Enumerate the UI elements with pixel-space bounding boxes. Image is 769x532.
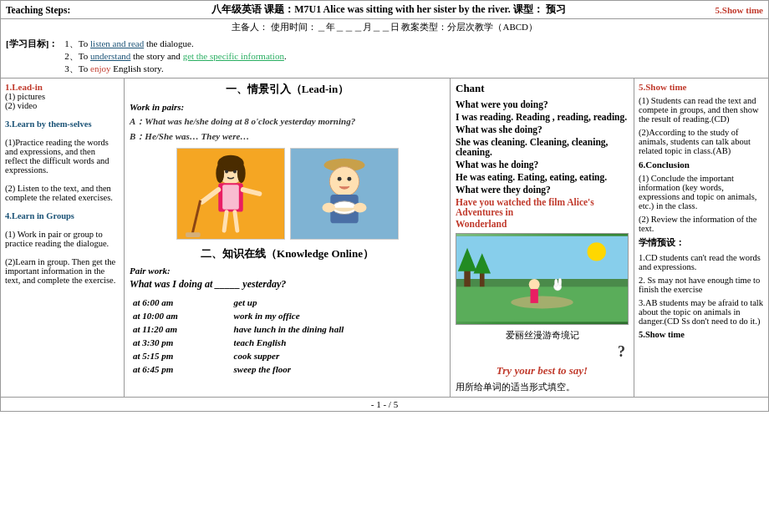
images-row: [130, 148, 445, 240]
page-number: - 1 - / 5: [371, 399, 398, 409]
svg-point-19: [337, 177, 341, 181]
header-row1: Teaching Steps: 八年级英语 课题：M7U1 Alice was …: [1, 1, 768, 19]
header-row2: 主备人： 使用时间：＿年＿＿＿月＿＿日 教案类型：分层次教学（ABCD）: [1, 19, 768, 35]
fill-blank-text: 用所给单词的适当形式填空。: [456, 381, 629, 393]
pre-item-3: 3.AB students may be afraid to talk abou…: [639, 298, 764, 326]
learn-groups-title: 4.Learn in Groups: [5, 211, 120, 220]
learn-themselves-title: 3.Learn by them-selves: [5, 119, 120, 129]
schedule-row: at 11:20 amhave lunch in the dining hall: [131, 323, 443, 335]
pre-item-1: 1.CD students can't read the words and e…: [639, 253, 764, 271]
svg-point-5: [225, 170, 228, 174]
section2-heading: 二、知识在线（Knowledge Online）: [130, 246, 445, 261]
schedule-time: at 6:00 am: [131, 296, 231, 308]
svg-point-4: [237, 164, 245, 184]
schedule-row: at 3:30 pmteach English: [131, 337, 443, 348]
header-sub-text: 主备人： 使用时间：＿年＿＿＿月＿＿日 教案类型：分层次教学（ABCD）: [232, 22, 537, 32]
show-time-title: 5.Show time: [639, 82, 764, 92]
question-mark: ?: [456, 343, 629, 361]
chant-line-3: What was she doing?: [456, 124, 629, 134]
svg-rect-35: [531, 289, 538, 303]
chant-line-2: I was reading. Reading , reading, readin…: [456, 112, 629, 122]
svg-rect-14: [186, 232, 201, 237]
schedule-time: at 5:15 pm: [131, 350, 231, 362]
schedule-time: at 10:00 am: [131, 310, 231, 322]
schedule-row: at 6:00 amget up: [131, 296, 443, 308]
obj-item-3: 3、To enjoy English story.: [64, 63, 763, 75]
show-time-footer: 5.Show time: [639, 330, 764, 339]
left-column: 1.Lead-in (1) pictures (2) video 3.Learn…: [1, 79, 125, 397]
header-center-title: 八年级英语 课题：M7U1 Alice was sitting with her…: [98, 3, 680, 17]
middle-column: 一、情景引入（Lead-in） Work in pairs: A：What wa…: [125, 79, 451, 397]
dialogue-a: A：What was he/she doing at 8 o'clock yes…: [130, 115, 445, 128]
pair-work2-label: Pair work:: [130, 266, 445, 276]
conclusion-title: 6.Conclusion: [639, 160, 764, 170]
section1-heading: 一、情景引入（Lead-in）: [130, 82, 445, 97]
schedule-row: at 5:15 pmcook supper: [131, 350, 443, 362]
schedule-activity: get up: [232, 296, 443, 308]
learn-themselves-p2: (2) Listen to the text, and then complet…: [5, 184, 120, 202]
content-area: 1.Lead-in (1) pictures (2) video 3.Learn…: [1, 79, 768, 397]
chant-line-1: What were you doing?: [456, 99, 629, 109]
svg-point-3: [216, 164, 224, 184]
schedule-activity: teach English: [232, 337, 443, 348]
chant-line-4: She was cleaning. Cleaning, cleaning, cl…: [456, 137, 629, 157]
svg-line-11: [224, 212, 227, 231]
objectives-content: 1、To listen and read the dialogue. 2、To …: [64, 38, 763, 75]
schedule-time: at 3:30 pm: [131, 337, 231, 348]
learn-themselves-p1: (1)Practice reading the words and expres…: [5, 138, 120, 175]
schedule-row: at 6:45 pmsweep the floor: [131, 363, 443, 375]
lead-in-title: 1.Lead-in: [5, 82, 120, 92]
scene-image: [456, 233, 629, 325]
try-best-text: Try your best to say!: [456, 364, 629, 377]
svg-point-20: [347, 177, 351, 181]
footer: - 1 - / 5: [1, 397, 768, 411]
chant-line-7: What were they doing?: [456, 185, 629, 195]
boy-image: [290, 148, 399, 240]
image-caption: 爱丽丝漫游奇境记: [456, 329, 629, 342]
pre-study-title: 学情预设：: [639, 237, 764, 249]
obj-item-1: 1、To listen and read the dialogue.: [64, 38, 763, 50]
svg-point-38: [558, 278, 562, 286]
schedule-row: at 10:00 amwork in my office: [131, 310, 443, 322]
svg-point-37: [554, 279, 558, 286]
chant-title: Chant: [456, 82, 629, 95]
show-time-label-header: 5.Show time: [680, 5, 763, 15]
teaching-steps-label: Teaching Steps:: [6, 5, 98, 15]
svg-point-24: [353, 203, 366, 213]
svg-point-33: [511, 296, 573, 309]
svg-point-34: [529, 279, 540, 290]
what-was-line: What was I doing at _____ yesterday?: [130, 278, 445, 291]
chant-column: Chant What were you doing? I was reading…: [451, 79, 634, 397]
conclusion-p1: (1) Conclude the important information (…: [639, 174, 764, 210]
lead-in-item2: (2) video: [5, 101, 120, 110]
chant-red-line1: Have you watched the film Alice's Advent…: [456, 197, 629, 217]
conclusion-p2: (2) Review the information of the text.: [639, 215, 764, 233]
svg-point-23: [322, 203, 335, 213]
chant-red-line2: Wonderland: [456, 219, 629, 229]
schedule-time: at 6:45 pm: [131, 363, 231, 375]
obj-item-2: 2、To understand the story and get the sp…: [64, 50, 763, 63]
learn-groups-p1: (1) Work in pair or group to practice re…: [5, 230, 120, 248]
svg-rect-8: [222, 185, 239, 209]
schedule-activity: work in my office: [232, 310, 443, 322]
schedule-activity: have lunch in the dining hall: [232, 323, 443, 335]
svg-point-18: [329, 167, 359, 196]
svg-line-12: [234, 212, 237, 231]
learn-groups-p2: (2)Learn in group. Then get the importan…: [5, 257, 120, 285]
svg-point-6: [232, 170, 236, 174]
schedule-activity: cook supper: [232, 350, 443, 362]
pair-work-label: Work in pairs:: [130, 102, 445, 112]
schedule-time: at 11:20 am: [131, 323, 231, 335]
show-time-p1: (1) Students can read the text and compe…: [639, 96, 764, 124]
right-column: 5.Show time (1) Students can read the te…: [634, 79, 768, 397]
chant-line-5: What was he doing?: [456, 160, 629, 170]
objectives-label: [学习目标]：: [6, 38, 58, 75]
show-time-p2: (2)According to the study of animals, st…: [639, 128, 764, 155]
svg-point-27: [588, 242, 606, 261]
chant-line-6: He was eating. Eating, eating, eating.: [456, 172, 629, 182]
objectives-row: [学习目标]： 1、To listen and read the dialogu…: [1, 35, 768, 79]
lead-in-item1: (1) pictures: [5, 92, 120, 101]
girl-image: [176, 148, 285, 240]
page-wrapper: Teaching Steps: 八年级英语 课题：M7U1 Alice was …: [0, 0, 769, 412]
dialogue-b: B：He/She was… They were…: [130, 130, 445, 143]
